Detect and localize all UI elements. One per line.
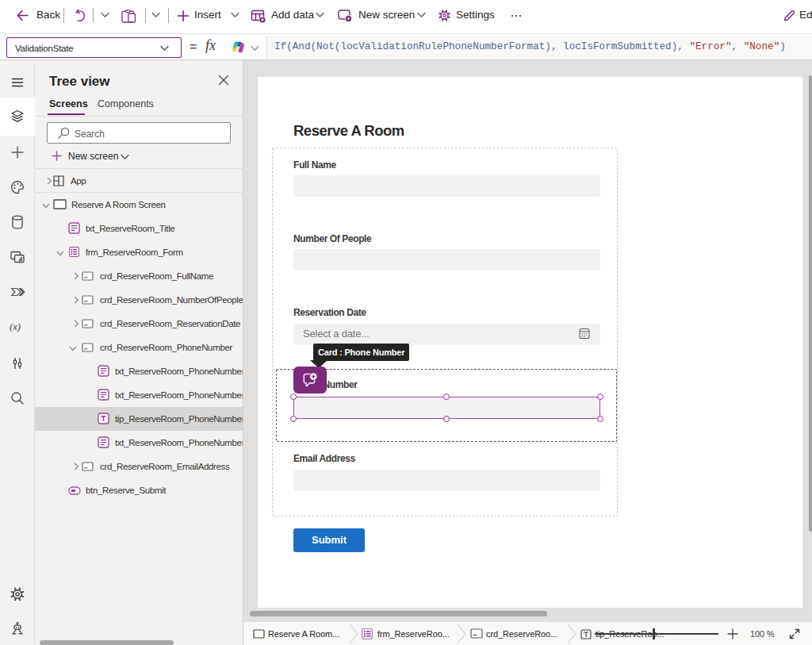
svg-text:(x): (x) <box>10 321 21 332</box>
